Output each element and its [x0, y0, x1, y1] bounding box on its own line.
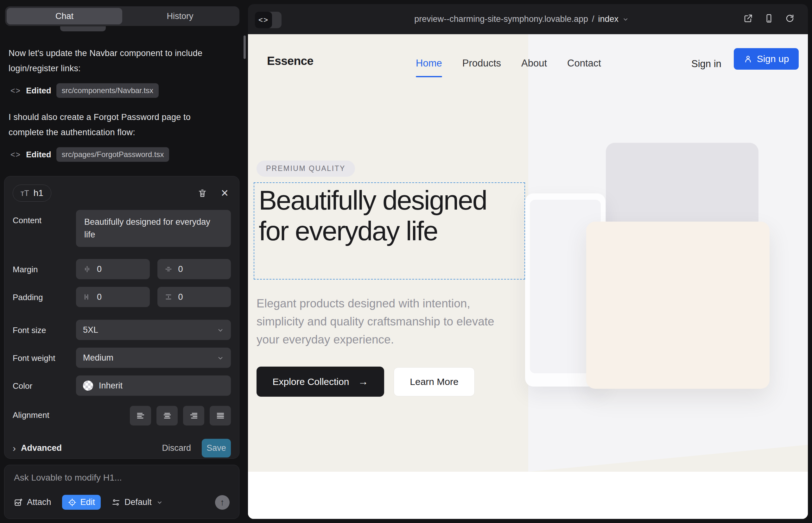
- nav-link-home[interactable]: Home: [416, 58, 442, 69]
- arrow-up-icon: ↑: [220, 497, 225, 507]
- padding-y-field[interactable]: [157, 287, 231, 307]
- h1-selection-outline[interactable]: Beautifully designed for everyday life: [254, 182, 525, 279]
- discard-button[interactable]: Discard: [162, 443, 191, 453]
- chevron-down-icon: [156, 499, 163, 506]
- chevron-right-icon: ›: [13, 444, 16, 452]
- font-weight-value: Medium: [83, 353, 113, 363]
- sign-up-label: Sign up: [757, 54, 789, 64]
- margin-y-input[interactable]: [178, 264, 200, 274]
- preview-toolbar: <> preview--charming-site-symphony.lovab…: [248, 4, 808, 34]
- font-weight-label: Font weight: [13, 348, 76, 368]
- code-icon: <>: [11, 86, 21, 95]
- close-panel-button[interactable]: ×: [221, 188, 228, 198]
- preview-url[interactable]: preview--charming-site-symphony.lovable.…: [414, 4, 629, 34]
- edit-mode-button[interactable]: Edit: [62, 495, 101, 510]
- refresh-button[interactable]: [785, 14, 795, 23]
- decorative-card-cream: [586, 222, 770, 389]
- align-left-button[interactable]: [130, 406, 151, 426]
- mobile-icon: [764, 14, 774, 23]
- attach-label: Attach: [27, 497, 51, 507]
- chat-message: I should also create a Forgot Password p…: [8, 110, 217, 140]
- learn-more-button[interactable]: Learn More: [394, 367, 475, 396]
- external-link-icon: [743, 14, 753, 23]
- advanced-label: Advanced: [21, 443, 62, 453]
- attach-button[interactable]: Attach: [14, 497, 51, 507]
- align-justify-button[interactable]: [210, 406, 231, 426]
- site-logo[interactable]: Essence: [267, 54, 314, 68]
- advanced-toggle[interactable]: › Advanced: [13, 443, 62, 453]
- save-button[interactable]: Save: [202, 439, 231, 457]
- margin-horizontal-icon: [83, 265, 91, 273]
- refresh-icon: [785, 14, 795, 23]
- margin-vertical-icon: [164, 265, 173, 273]
- element-tag-label: h1: [34, 188, 43, 198]
- preview-panel: <> preview--charming-site-symphony.lovab…: [248, 4, 808, 519]
- font-size-value: 5XL: [83, 325, 98, 335]
- font-size-select[interactable]: 5XL: [76, 320, 231, 340]
- element-editor-panel: тT h1 × Content Beautifully designed for…: [4, 176, 240, 459]
- align-right-icon: [189, 411, 198, 420]
- margin-x-input[interactable]: [97, 264, 119, 274]
- padding-x-input[interactable]: [97, 292, 119, 302]
- user-icon: [744, 54, 753, 63]
- image-plus-icon: [14, 498, 23, 507]
- nav-link-contact[interactable]: Contact: [567, 58, 601, 69]
- color-value: Inherit: [99, 381, 123, 391]
- font-size-label: Font size: [13, 320, 76, 340]
- prompt-box: Attach Edit Default ↑: [4, 465, 240, 519]
- chat-message: Now let's update the Navbar component to…: [8, 46, 217, 76]
- selected-element-chip[interactable]: тT h1: [13, 184, 51, 202]
- explore-collection-button[interactable]: Explore Collection →: [257, 366, 384, 397]
- mobile-view-button[interactable]: [764, 14, 774, 23]
- edit-action-label: Edited: [26, 150, 51, 160]
- margin-y-field[interactable]: [157, 259, 231, 279]
- align-center-button[interactable]: [156, 406, 178, 426]
- site-viewport: Essence Home Products About Contact Sign…: [248, 34, 808, 519]
- url-separator: /: [592, 14, 595, 24]
- color-label: Color: [13, 376, 76, 396]
- tab-history[interactable]: History: [122, 8, 238, 24]
- typography-icon: тT: [21, 189, 29, 198]
- nav-link-products[interactable]: Products: [462, 58, 501, 69]
- content-label: Content: [13, 210, 76, 247]
- font-weight-select[interactable]: Medium: [76, 348, 231, 368]
- site-nav: Home Products About Contact: [416, 58, 601, 69]
- chevron-down-icon: [217, 355, 224, 362]
- target-icon: [68, 498, 77, 507]
- sign-in-link[interactable]: Sign in: [691, 58, 721, 70]
- code-view-toggle[interactable]: <>: [255, 12, 282, 28]
- edit-action-label: Edited: [26, 86, 51, 96]
- color-select[interactable]: Inherit: [76, 376, 231, 396]
- edited-file-chip[interactable]: src/components/Navbar.tsx: [56, 83, 159, 98]
- margin-x-field[interactable]: [76, 259, 150, 279]
- hero-description: Elegant products designed with intention…: [257, 294, 510, 348]
- explore-collection-label: Explore Collection: [273, 376, 349, 387]
- padding-label: Padding: [13, 287, 76, 307]
- content-input[interactable]: Beautifully designed for everyday life: [76, 210, 231, 247]
- padding-x-field[interactable]: [76, 287, 150, 307]
- align-right-button[interactable]: [183, 406, 204, 426]
- padding-y-input[interactable]: [178, 292, 200, 302]
- truncated-chip: [60, 26, 106, 31]
- nav-link-about[interactable]: About: [521, 58, 547, 69]
- send-button[interactable]: ↑: [215, 495, 230, 510]
- sign-up-button[interactable]: Sign up: [734, 48, 799, 70]
- edited-file-chip[interactable]: src/pages/ForgotPassword.tsx: [56, 147, 170, 162]
- prompt-input[interactable]: [14, 473, 230, 489]
- edit-label: Edit: [81, 497, 95, 507]
- default-label: Default: [124, 497, 152, 507]
- delete-element-button[interactable]: [198, 188, 207, 198]
- url-page: index: [598, 14, 619, 24]
- open-in-new-tab-button[interactable]: [743, 14, 753, 23]
- editor-header: тT h1 ×: [13, 184, 231, 202]
- alignment-label: Alignment: [13, 405, 76, 426]
- url-domain: preview--charming-site-symphony.lovable.…: [414, 14, 588, 24]
- tab-chat[interactable]: Chat: [7, 8, 122, 24]
- default-model-button[interactable]: Default: [111, 497, 163, 507]
- align-center-icon: [162, 411, 172, 420]
- align-left-icon: [136, 411, 145, 420]
- code-icon: <>: [11, 150, 21, 159]
- chat-scrollbar-thumb[interactable]: [244, 35, 246, 59]
- arrow-right-icon: →: [358, 376, 368, 387]
- close-icon: ×: [221, 186, 228, 200]
